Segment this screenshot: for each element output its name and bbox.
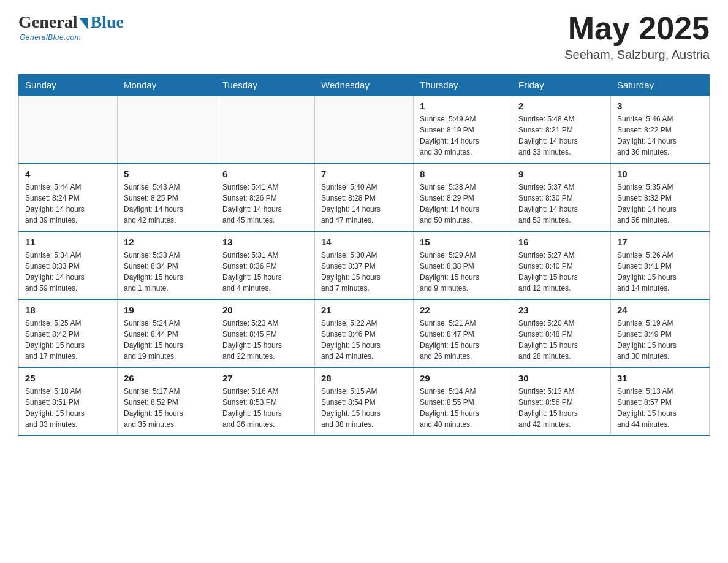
- day-number: 31: [617, 373, 703, 383]
- calendar-header-row: SundayMondayTuesdayWednesdayThursdayFrid…: [19, 75, 710, 96]
- calendar-cell: 7Sunrise: 5:40 AMSunset: 8:28 PMDaylight…: [315, 163, 414, 231]
- weekday-header-monday: Monday: [118, 75, 216, 96]
- calendar-cell: 4Sunrise: 5:44 AMSunset: 8:24 PMDaylight…: [19, 163, 118, 231]
- calendar-cell: 1Sunrise: 5:49 AMSunset: 8:19 PMDaylight…: [414, 96, 512, 164]
- day-number: 14: [321, 237, 407, 247]
- day-number: 20: [222, 305, 308, 315]
- calendar-cell: 18Sunrise: 5:25 AMSunset: 8:42 PMDayligh…: [19, 299, 118, 367]
- calendar-week-row: 25Sunrise: 5:18 AMSunset: 8:51 PMDayligh…: [19, 367, 710, 435]
- calendar-cell: [19, 96, 118, 164]
- calendar-cell: [315, 96, 414, 164]
- day-number: 4: [25, 169, 111, 179]
- day-number: 3: [617, 101, 703, 111]
- calendar-cell: 25Sunrise: 5:18 AMSunset: 8:51 PMDayligh…: [19, 367, 118, 435]
- calendar-cell: 27Sunrise: 5:16 AMSunset: 8:53 PMDayligh…: [216, 367, 315, 435]
- weekday-header-tuesday: Tuesday: [216, 75, 315, 96]
- day-number: 13: [222, 237, 308, 247]
- day-info: Sunrise: 5:48 AMSunset: 8:21 PMDaylight:…: [518, 113, 604, 158]
- day-info: Sunrise: 5:30 AMSunset: 8:37 PMDaylight:…: [321, 250, 407, 294]
- day-info: Sunrise: 5:15 AMSunset: 8:54 PMDaylight:…: [321, 386, 407, 430]
- day-info: Sunrise: 5:29 AMSunset: 8:38 PMDaylight:…: [420, 250, 506, 294]
- day-number: 10: [617, 169, 703, 179]
- calendar-cell: 19Sunrise: 5:24 AMSunset: 8:44 PMDayligh…: [118, 299, 216, 367]
- calendar-cell: 15Sunrise: 5:29 AMSunset: 8:38 PMDayligh…: [414, 231, 512, 299]
- day-info: Sunrise: 5:16 AMSunset: 8:53 PMDaylight:…: [222, 386, 308, 430]
- day-number: 9: [518, 169, 604, 179]
- weekday-header-sunday: Sunday: [19, 75, 118, 96]
- calendar-cell: 24Sunrise: 5:19 AMSunset: 8:49 PMDayligh…: [611, 299, 710, 367]
- title-section: May 2025 Seeham, Salzburg, Austria: [564, 12, 710, 62]
- logo-general-text: General: [18, 12, 77, 32]
- calendar-cell: 23Sunrise: 5:20 AMSunset: 8:48 PMDayligh…: [512, 299, 611, 367]
- day-info: Sunrise: 5:40 AMSunset: 8:28 PMDaylight:…: [321, 182, 407, 226]
- day-number: 11: [25, 237, 111, 247]
- day-info: Sunrise: 5:13 AMSunset: 8:57 PMDaylight:…: [617, 386, 703, 430]
- day-info: Sunrise: 5:20 AMSunset: 8:48 PMDaylight:…: [518, 318, 604, 362]
- day-number: 15: [420, 237, 506, 247]
- calendar-cell: 29Sunrise: 5:14 AMSunset: 8:55 PMDayligh…: [414, 367, 512, 435]
- day-info: Sunrise: 5:24 AMSunset: 8:44 PMDaylight:…: [124, 318, 210, 362]
- day-number: 16: [518, 237, 604, 247]
- day-info: Sunrise: 5:43 AMSunset: 8:25 PMDaylight:…: [124, 182, 210, 226]
- day-info: Sunrise: 5:37 AMSunset: 8:30 PMDaylight:…: [518, 182, 604, 226]
- calendar-cell: 31Sunrise: 5:13 AMSunset: 8:57 PMDayligh…: [611, 367, 710, 435]
- calendar-cell: 3Sunrise: 5:46 AMSunset: 8:22 PMDaylight…: [611, 96, 710, 164]
- day-number: 29: [420, 373, 506, 383]
- calendar-cell: 5Sunrise: 5:43 AMSunset: 8:25 PMDaylight…: [118, 163, 216, 231]
- calendar-cell: 17Sunrise: 5:26 AMSunset: 8:41 PMDayligh…: [611, 231, 710, 299]
- calendar-cell: [216, 96, 315, 164]
- day-number: 18: [25, 305, 111, 315]
- calendar-body: 1Sunrise: 5:49 AMSunset: 8:19 PMDaylight…: [19, 96, 710, 436]
- calendar-cell: 13Sunrise: 5:31 AMSunset: 8:36 PMDayligh…: [216, 231, 315, 299]
- day-info: Sunrise: 5:26 AMSunset: 8:41 PMDaylight:…: [617, 250, 703, 294]
- day-number: 17: [617, 237, 703, 247]
- day-info: Sunrise: 5:18 AMSunset: 8:51 PMDaylight:…: [25, 386, 111, 430]
- day-info: Sunrise: 5:17 AMSunset: 8:52 PMDaylight:…: [124, 386, 210, 430]
- calendar-cell: 10Sunrise: 5:35 AMSunset: 8:32 PMDayligh…: [611, 163, 710, 231]
- day-info: Sunrise: 5:31 AMSunset: 8:36 PMDaylight:…: [222, 250, 308, 294]
- day-info: Sunrise: 5:38 AMSunset: 8:29 PMDaylight:…: [420, 182, 506, 226]
- day-number: 12: [124, 237, 210, 247]
- calendar-cell: 14Sunrise: 5:30 AMSunset: 8:37 PMDayligh…: [315, 231, 414, 299]
- day-number: 27: [222, 373, 308, 383]
- day-info: Sunrise: 5:13 AMSunset: 8:56 PMDaylight:…: [518, 386, 604, 430]
- calendar-cell: 16Sunrise: 5:27 AMSunset: 8:40 PMDayligh…: [512, 231, 611, 299]
- calendar-week-row: 18Sunrise: 5:25 AMSunset: 8:42 PMDayligh…: [19, 299, 710, 367]
- calendar-cell: 20Sunrise: 5:23 AMSunset: 8:45 PMDayligh…: [216, 299, 315, 367]
- logo: General Blue GeneralBlue.com: [18, 12, 124, 42]
- weekday-header-friday: Friday: [512, 75, 611, 96]
- weekday-header-saturday: Saturday: [611, 75, 710, 96]
- day-number: 22: [420, 305, 506, 315]
- calendar-week-row: 4Sunrise: 5:44 AMSunset: 8:24 PMDaylight…: [19, 163, 710, 231]
- calendar-cell: 30Sunrise: 5:13 AMSunset: 8:56 PMDayligh…: [512, 367, 611, 435]
- day-number: 23: [518, 305, 604, 315]
- logo-tagline: GeneralBlue.com: [20, 33, 81, 42]
- day-number: 19: [124, 305, 210, 315]
- day-info: Sunrise: 5:41 AMSunset: 8:26 PMDaylight:…: [222, 182, 308, 226]
- calendar-cell: 12Sunrise: 5:33 AMSunset: 8:34 PMDayligh…: [118, 231, 216, 299]
- day-info: Sunrise: 5:33 AMSunset: 8:34 PMDaylight:…: [124, 250, 210, 294]
- calendar-cell: 28Sunrise: 5:15 AMSunset: 8:54 PMDayligh…: [315, 367, 414, 435]
- calendar-week-row: 11Sunrise: 5:34 AMSunset: 8:33 PMDayligh…: [19, 231, 710, 299]
- day-number: 8: [420, 169, 506, 179]
- day-info: Sunrise: 5:21 AMSunset: 8:47 PMDaylight:…: [420, 318, 506, 362]
- day-info: Sunrise: 5:19 AMSunset: 8:49 PMDaylight:…: [617, 318, 703, 362]
- day-number: 30: [518, 373, 604, 383]
- day-number: 5: [124, 169, 210, 179]
- day-info: Sunrise: 5:34 AMSunset: 8:33 PMDaylight:…: [25, 250, 111, 294]
- day-number: 25: [25, 373, 111, 383]
- weekday-header-wednesday: Wednesday: [315, 75, 414, 96]
- day-info: Sunrise: 5:22 AMSunset: 8:46 PMDaylight:…: [321, 318, 407, 362]
- calendar-cell: 2Sunrise: 5:48 AMSunset: 8:21 PMDaylight…: [512, 96, 611, 164]
- day-number: 7: [321, 169, 407, 179]
- day-info: Sunrise: 5:35 AMSunset: 8:32 PMDaylight:…: [617, 182, 703, 226]
- day-info: Sunrise: 5:23 AMSunset: 8:45 PMDaylight:…: [222, 318, 308, 362]
- day-number: 21: [321, 305, 407, 315]
- day-number: 24: [617, 305, 703, 315]
- day-number: 1: [420, 101, 506, 111]
- day-info: Sunrise: 5:25 AMSunset: 8:42 PMDaylight:…: [25, 318, 111, 362]
- logo-triangle-icon: [79, 18, 88, 29]
- calendar-cell: 21Sunrise: 5:22 AMSunset: 8:46 PMDayligh…: [315, 299, 414, 367]
- day-info: Sunrise: 5:44 AMSunset: 8:24 PMDaylight:…: [25, 182, 111, 226]
- calendar-cell: 22Sunrise: 5:21 AMSunset: 8:47 PMDayligh…: [414, 299, 512, 367]
